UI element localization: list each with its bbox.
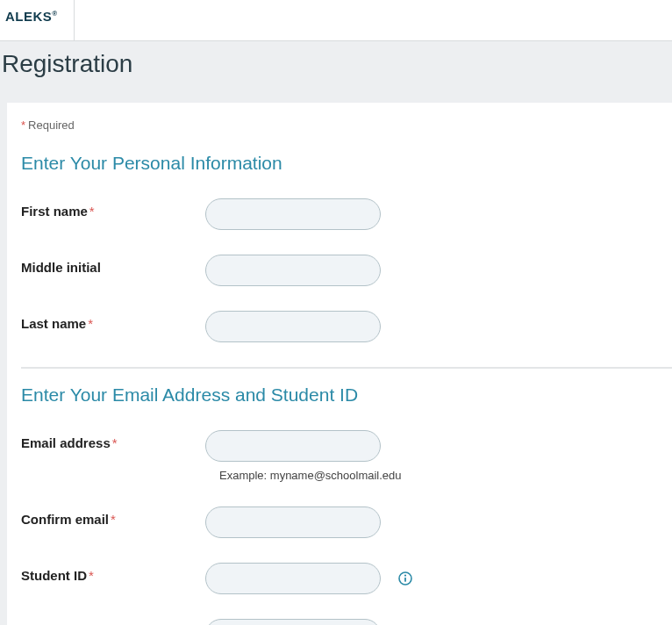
label-confirm-student-id: Confirm Student ID* — [21, 619, 205, 625]
info-icon[interactable] — [398, 571, 412, 585]
section-title-personal: Enter Your Personal Information — [21, 153, 672, 174]
required-asterisk: * — [111, 512, 116, 527]
svg-rect-2 — [404, 578, 406, 582]
label-last-name: Last name* — [21, 311, 205, 331]
brand-text: ALEKS — [5, 9, 52, 24]
logo-container: ALEKS® — [0, 0, 75, 40]
label-text: Student ID — [21, 568, 87, 583]
required-asterisk: * — [88, 316, 93, 331]
page-title: Registration — [0, 41, 672, 90]
section-title-email: Enter Your Email Address and Student ID — [21, 384, 672, 406]
student-id-input[interactable] — [205, 563, 381, 594]
label-confirm-email: Confirm email* — [21, 506, 205, 527]
label-text: Last name — [21, 316, 86, 331]
required-note: *Required — [21, 119, 672, 132]
label-middle-initial: Middle initial — [21, 255, 205, 275]
label-text: First name — [21, 204, 88, 219]
email-hint: Example: myname@schoolmail.edu — [219, 469, 402, 482]
required-asterisk: * — [21, 119, 25, 132]
label-text: Email address — [21, 435, 111, 450]
first-name-input[interactable] — [205, 198, 381, 230]
required-asterisk: * — [89, 204, 95, 219]
field-student-id: Student ID* — [21, 563, 672, 594]
required-asterisk: * — [112, 435, 118, 450]
required-label: Required — [28, 119, 75, 132]
label-text: Confirm email — [21, 512, 109, 527]
brand-suffix: ® — [52, 10, 57, 18]
field-email: Email address* Example: myname@schoolmai… — [21, 430, 672, 482]
field-confirm-email: Confirm email* — [21, 506, 672, 538]
field-confirm-student-id: Confirm Student ID* — [21, 619, 672, 625]
label-first-name: First name* — [21, 198, 205, 219]
last-name-input[interactable] — [205, 311, 381, 342]
svg-point-1 — [404, 575, 406, 577]
label-student-id: Student ID* — [21, 563, 205, 583]
label-email: Email address* — [21, 430, 205, 450]
brand-logo: ALEKS® — [5, 9, 58, 24]
label-text: Middle initial — [21, 260, 101, 275]
middle-initial-input[interactable] — [205, 255, 381, 286]
main-panel: *Required Enter Your Personal Informatio… — [7, 103, 672, 625]
confirm-student-id-input[interactable] — [205, 619, 381, 625]
required-asterisk: * — [89, 568, 94, 583]
field-first-name: First name* — [21, 198, 672, 230]
email-input[interactable] — [205, 430, 381, 462]
field-middle-initial: Middle initial — [21, 255, 672, 286]
header: ALEKS® — [0, 0, 672, 41]
confirm-email-input[interactable] — [205, 506, 381, 538]
section-divider — [21, 367, 672, 369]
field-last-name: Last name* — [21, 311, 672, 342]
